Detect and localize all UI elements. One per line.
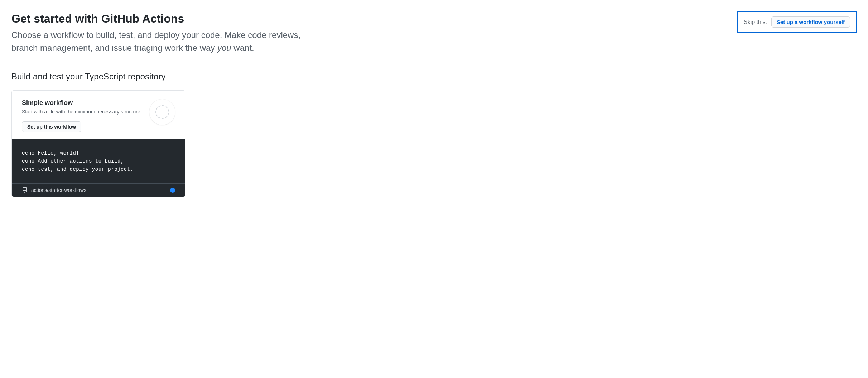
workflow-icon-wrapper [149, 99, 175, 125]
code-line: echo Add other actions to build, [22, 158, 124, 164]
setup-workflow-yourself-button[interactable]: Set up a workflow yourself [771, 16, 850, 28]
section-title: Build and test your TypeScript repositor… [11, 72, 857, 82]
placeholder-circle-icon [155, 105, 169, 119]
skip-panel: Skip this: Set up a workflow yourself [737, 11, 857, 33]
workflow-card: Simple workflow Start with a file with t… [11, 90, 185, 197]
subtitle-text-em: you [217, 43, 231, 53]
code-line: echo test, and deploy your project. [22, 166, 134, 172]
skip-label: Skip this: [744, 19, 767, 25]
setup-this-workflow-button[interactable]: Set up this workflow [22, 121, 81, 132]
subtitle-text-before: Choose a workflow to build, test, and de… [11, 30, 300, 53]
repo-link[interactable]: actions/starter-workflows [31, 187, 86, 193]
page-title: Get started with GitHub Actions [11, 11, 305, 26]
card-header: Simple workflow Start with a file with t… [12, 91, 185, 139]
page-subtitle: Choose a workflow to build, test, and de… [11, 29, 305, 54]
workflow-card-description: Start with a file with the minimum neces… [22, 108, 144, 116]
repo-icon [22, 187, 28, 193]
workflow-code-preview: echo Hello, world! echo Add other action… [12, 139, 185, 183]
code-line: echo Hello, world! [22, 150, 79, 156]
workflow-card-title: Simple workflow [22, 99, 144, 107]
language-indicator-dot [170, 188, 175, 193]
subtitle-text-after: want. [231, 43, 254, 53]
workflow-card-footer: actions/starter-workflows [12, 183, 185, 197]
